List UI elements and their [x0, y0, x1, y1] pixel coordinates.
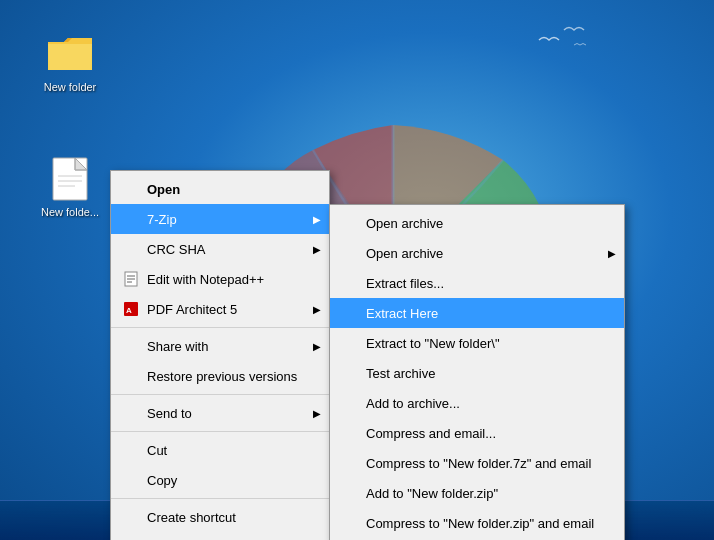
- desktop-icon-file[interactable]: New folde...: [30, 155, 110, 218]
- submenu-item-open-archive-1[interactable]: Open archive: [330, 208, 624, 238]
- separator-4: [111, 498, 329, 499]
- separator-3: [111, 431, 329, 432]
- folder-icon-image: [46, 30, 94, 78]
- restore-icon: [121, 366, 141, 386]
- desktop-icon-folder[interactable]: New folder: [30, 30, 110, 93]
- test-archive-icon: [340, 363, 360, 383]
- submenu-arrow-sendto: ▶: [313, 408, 321, 419]
- menu-item-restore[interactable]: Restore previous versions: [111, 361, 329, 391]
- copy-icon: [121, 470, 141, 490]
- submenu-item-compress-7z-email[interactable]: Compress to "New folder.7z" and email: [330, 448, 624, 478]
- file-icon-image: [46, 155, 94, 203]
- submenu-item-extract-here[interactable]: Extract Here: [330, 298, 624, 328]
- file-icon-label: New folde...: [41, 206, 99, 218]
- menu-item-pdf[interactable]: A PDF Architect 5 ▶: [111, 294, 329, 324]
- desktop: New folder New folde... Open 7-Zip ▶: [0, 0, 714, 540]
- cut-icon: [121, 440, 141, 460]
- svg-text:A: A: [126, 306, 132, 315]
- submenu-item-extract-to[interactable]: Extract to "New folder\": [330, 328, 624, 358]
- submenu-item-compress-zip-email[interactable]: Compress to "New folder.zip" and email: [330, 508, 624, 538]
- sendto-icon: [121, 403, 141, 423]
- submenu-arrow-archive2: ▶: [608, 248, 616, 259]
- menu-item-cut[interactable]: Cut: [111, 435, 329, 465]
- compress-zip-email-icon: [340, 513, 360, 533]
- submenu-item-add-zip[interactable]: Add to "New folder.zip": [330, 478, 624, 508]
- extract-to-icon: [340, 333, 360, 353]
- archive-icon-2: [340, 243, 360, 263]
- compress-email-icon: [340, 423, 360, 443]
- submenu-arrow-crc: ▶: [313, 244, 321, 255]
- menu-item-delete[interactable]: Delete: [111, 532, 329, 540]
- context-menu-main: Open 7-Zip ▶ Open archive Open archive ▶: [110, 170, 330, 540]
- menu-item-open[interactable]: Open: [111, 174, 329, 204]
- menu-item-7zip[interactable]: 7-Zip ▶ Open archive Open archive ▶ Extr…: [111, 204, 329, 234]
- decorative-birds: [534, 20, 594, 60]
- shortcut-icon: [121, 507, 141, 527]
- menu-item-notepad[interactable]: Edit with Notepad++: [111, 264, 329, 294]
- share-icon: [121, 336, 141, 356]
- menu-item-share[interactable]: Share with ▶: [111, 331, 329, 361]
- menu-item-create-shortcut[interactable]: Create shortcut: [111, 502, 329, 532]
- extract-files-icon: [340, 273, 360, 293]
- menu-item-copy[interactable]: Copy: [111, 465, 329, 495]
- submenu-arrow-7zip: ▶: [313, 214, 321, 225]
- crc-sha-icon: [121, 239, 141, 259]
- submenu-arrow-pdf: ▶: [313, 304, 321, 315]
- add-archive-icon: [340, 393, 360, 413]
- menu-item-crc-sha[interactable]: CRC SHA ▶: [111, 234, 329, 264]
- folder-icon-label-1: New folder: [44, 81, 97, 93]
- submenu-7zip: Open archive Open archive ▶ Extract file…: [329, 204, 625, 540]
- submenu-item-extract-files[interactable]: Extract files...: [330, 268, 624, 298]
- open-icon: [121, 179, 141, 199]
- compress-7z-email-icon: [340, 453, 360, 473]
- add-zip-icon: [340, 483, 360, 503]
- submenu-item-compress-email[interactable]: Compress and email...: [330, 418, 624, 448]
- separator-2: [111, 394, 329, 395]
- notepad-icon: [121, 269, 141, 289]
- menu-item-sendto[interactable]: Send to ▶: [111, 398, 329, 428]
- pdf-icon: A: [121, 299, 141, 319]
- submenu-item-add-to-archive[interactable]: Add to archive...: [330, 388, 624, 418]
- submenu-item-open-archive-2[interactable]: Open archive ▶: [330, 238, 624, 268]
- archive-icon-1: [340, 213, 360, 233]
- submenu-item-test-archive[interactable]: Test archive: [330, 358, 624, 388]
- separator-1: [111, 327, 329, 328]
- extract-here-icon: [340, 303, 360, 323]
- 7zip-icon: [121, 209, 141, 229]
- submenu-arrow-share: ▶: [313, 341, 321, 352]
